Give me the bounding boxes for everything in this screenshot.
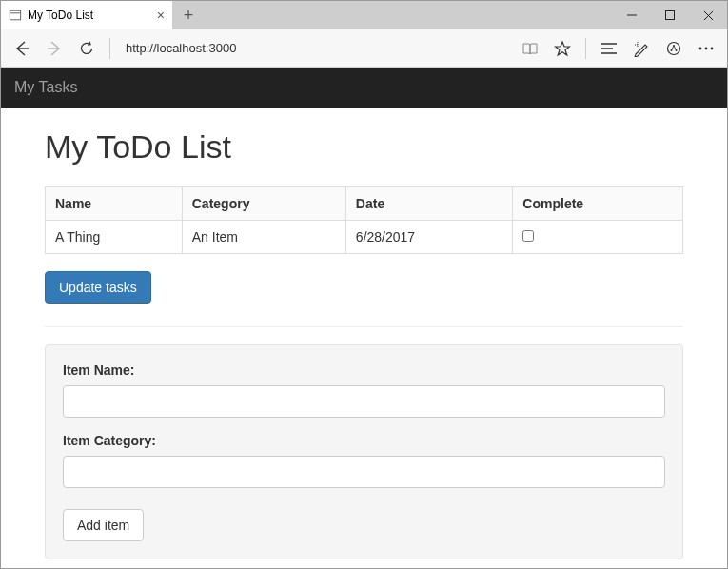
cell-date: 6/28/2017	[345, 221, 512, 254]
table-row: A Thing An Item 6/28/2017	[46, 221, 683, 254]
cell-complete	[513, 221, 683, 254]
refresh-button[interactable]	[73, 35, 100, 62]
hub-icon[interactable]	[596, 35, 622, 62]
page-icon	[9, 9, 22, 22]
page-viewport: My Tasks My ToDo List Name Category Date…	[1, 68, 727, 569]
form-group-category: Item Category:	[63, 433, 665, 488]
new-tab-button[interactable]: +	[172, 1, 205, 29]
maximize-button[interactable]	[651, 1, 689, 29]
back-button[interactable]	[9, 35, 35, 62]
svg-rect-0	[10, 10, 20, 20]
item-name-label: Item Name:	[63, 363, 665, 378]
item-category-input[interactable]	[63, 456, 665, 488]
complete-checkbox[interactable]	[522, 230, 534, 242]
close-tab-icon[interactable]: ×	[157, 8, 165, 23]
col-category: Category	[182, 187, 345, 221]
col-complete: Complete	[513, 187, 683, 221]
app-navbar: My Tasks	[1, 68, 727, 108]
add-item-form: Item Name: Item Category: Add item	[45, 344, 683, 559]
table-header-row: Name Category Date Complete	[46, 187, 683, 221]
update-tasks-button[interactable]: Update tasks	[45, 271, 151, 304]
cell-category: An Item	[182, 221, 345, 254]
item-name-input[interactable]	[63, 385, 665, 418]
svg-point-13	[668, 42, 680, 54]
browser-tab[interactable]: My ToDo List ×	[1, 1, 172, 29]
add-item-button[interactable]: Add item	[63, 509, 144, 541]
browser-toolbar	[1, 29, 727, 68]
cell-name: A Thing	[46, 221, 183, 254]
svg-point-17	[699, 47, 702, 49]
share-icon[interactable]	[660, 35, 687, 62]
forward-button[interactable]	[41, 35, 68, 62]
window-titlebar: My ToDo List × +	[1, 1, 727, 29]
col-name: Name	[46, 187, 183, 221]
page-heading: My ToDo List	[45, 128, 683, 166]
minimize-button[interactable]	[613, 1, 651, 29]
svg-point-18	[705, 47, 708, 49]
notes-icon[interactable]	[628, 35, 655, 62]
address-bar[interactable]	[120, 35, 511, 62]
tasks-table: Name Category Date Complete A Thing An I…	[45, 186, 683, 254]
close-window-button[interactable]	[689, 1, 727, 29]
col-date: Date	[345, 187, 512, 221]
reading-view-icon[interactable]	[517, 35, 543, 62]
form-group-name: Item Name:	[63, 363, 665, 418]
window-controls	[613, 1, 727, 29]
svg-point-19	[711, 47, 714, 49]
main-container: My ToDo List Name Category Date Complete…	[1, 108, 727, 569]
tab-title: My ToDo List	[28, 9, 93, 22]
toolbar-separator	[585, 38, 586, 59]
item-category-label: Item Category:	[63, 433, 665, 448]
navbar-brand[interactable]: My Tasks	[14, 79, 77, 95]
toolbar-separator	[109, 38, 110, 59]
favorite-icon[interactable]	[549, 35, 576, 62]
svg-rect-3	[666, 11, 675, 20]
more-icon[interactable]	[693, 35, 719, 62]
divider	[45, 326, 683, 327]
